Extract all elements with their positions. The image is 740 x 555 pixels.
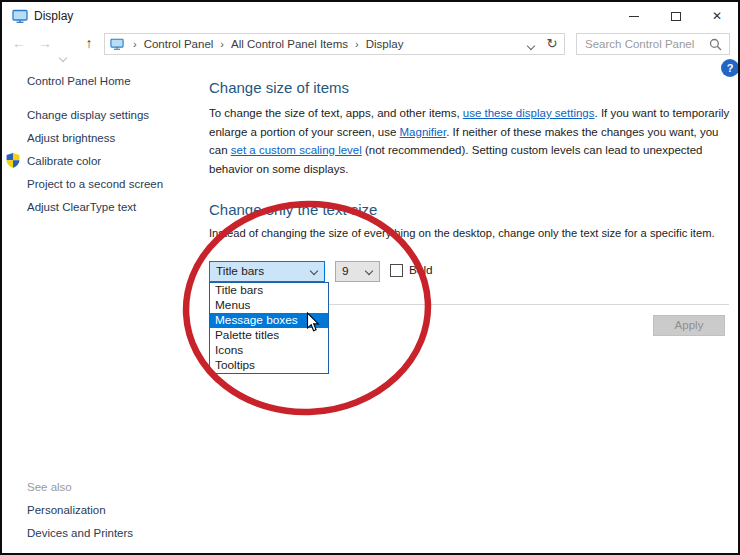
item-dropdown-list: Title bars Menus Message boxes Palette t…: [209, 282, 329, 374]
bold-checkbox-label[interactable]: Bold: [409, 263, 433, 277]
control-panel-icon: [110, 38, 124, 51]
dropdown-option-icons[interactable]: Icons: [210, 343, 328, 358]
minimize-button[interactable]: [618, 2, 650, 30]
change-size-description: To change the size of text, apps, and ot…: [209, 104, 730, 178]
help-icon[interactable]: ?: [721, 59, 739, 77]
breadcrumb-separator-icon: ›: [213, 38, 231, 50]
dropdown-option-palette-titles[interactable]: Palette titles: [210, 328, 328, 343]
sidebar-item-calibrate-color[interactable]: Calibrate color: [27, 155, 101, 167]
dropdown-option-title-bars[interactable]: Title bars: [210, 283, 328, 298]
sidebar-item-adjust-brightness[interactable]: Adjust brightness: [27, 132, 115, 144]
navigation-bar: ← → ↑ › Control Panel › All Control Pane…: [2, 30, 738, 58]
change-text-size-description: Instead of changing the size of everythi…: [209, 224, 730, 243]
bold-checkbox[interactable]: [390, 264, 403, 277]
apply-button[interactable]: Apply: [653, 315, 725, 336]
chevron-down-icon: [527, 42, 535, 50]
search-placeholder: Search Control Panel: [577, 38, 709, 50]
section-title-change-size-of-items: Change size of items: [209, 79, 349, 96]
section-title-change-only-text-size: Change only the text size: [209, 201, 377, 218]
address-dropdown-button[interactable]: [522, 37, 540, 51]
breadcrumb-all-control-panel-items[interactable]: All Control Panel Items: [231, 38, 348, 50]
sidebar-item-personalization[interactable]: Personalization: [27, 504, 106, 516]
breadcrumb-separator-icon: ›: [348, 38, 366, 50]
close-button[interactable]: ✕: [701, 2, 733, 30]
set-custom-scaling-level-link[interactable]: set a custom scaling level: [231, 144, 362, 156]
breadcrumb-separator-icon: ›: [126, 38, 144, 50]
uac-shield-icon: [6, 153, 20, 172]
sidebar-item-control-panel-home[interactable]: Control Panel Home: [27, 75, 131, 87]
see-also-header: See also: [27, 481, 72, 493]
use-these-display-settings-link[interactable]: use these display settings: [463, 107, 595, 119]
item-dropdown-value: Title bars: [216, 262, 264, 281]
display-app-icon: [12, 8, 28, 28]
title-bar: Display ✕: [2, 2, 738, 30]
breadcrumb-control-panel[interactable]: Control Panel: [144, 38, 214, 50]
minimize-icon: [629, 16, 639, 17]
dropdown-option-tooltips[interactable]: Tooltips: [210, 358, 328, 373]
chevron-down-icon: [310, 267, 318, 275]
magnifier-link[interactable]: Magnifier: [400, 126, 447, 138]
chevron-down-icon: [365, 267, 373, 275]
chevron-down-icon: [59, 54, 67, 62]
display-window: Display ✕ ← → ↑ › Control Panel › All Co…: [0, 0, 740, 555]
sidebar-item-project-to-a-second-screen[interactable]: Project to a second screen: [27, 178, 163, 190]
refresh-button[interactable]: ↻: [540, 34, 564, 54]
search-icon[interactable]: [709, 38, 722, 51]
maximize-button[interactable]: [660, 2, 692, 30]
size-dropdown-value: 9: [342, 262, 349, 281]
dropdown-option-message-boxes[interactable]: Message boxes: [210, 313, 328, 328]
maximize-icon: [671, 12, 681, 21]
item-dropdown[interactable]: Title bars: [209, 261, 325, 282]
forward-icon[interactable]: →: [34, 30, 56, 58]
breadcrumb-display[interactable]: Display: [366, 38, 404, 50]
search-input[interactable]: Search Control Panel: [576, 33, 730, 55]
sidebar-item-devices-and-printers[interactable]: Devices and Printers: [27, 527, 133, 539]
sidebar-item-change-display-settings[interactable]: Change display settings: [27, 109, 149, 121]
dropdown-option-menus[interactable]: Menus: [210, 298, 328, 313]
address-bar[interactable]: › Control Panel › All Control Panel Item…: [104, 33, 565, 55]
back-icon[interactable]: ←: [8, 30, 30, 58]
text-segment: To change the size of text, apps, and ot…: [209, 107, 463, 119]
recent-pages-chevron-icon[interactable]: [60, 43, 66, 71]
up-icon[interactable]: ↑: [78, 30, 100, 58]
size-dropdown[interactable]: 9: [335, 261, 380, 282]
sidebar-item-adjust-cleartype-text[interactable]: Adjust ClearType text: [27, 201, 136, 213]
window-title: Display: [34, 2, 73, 30]
